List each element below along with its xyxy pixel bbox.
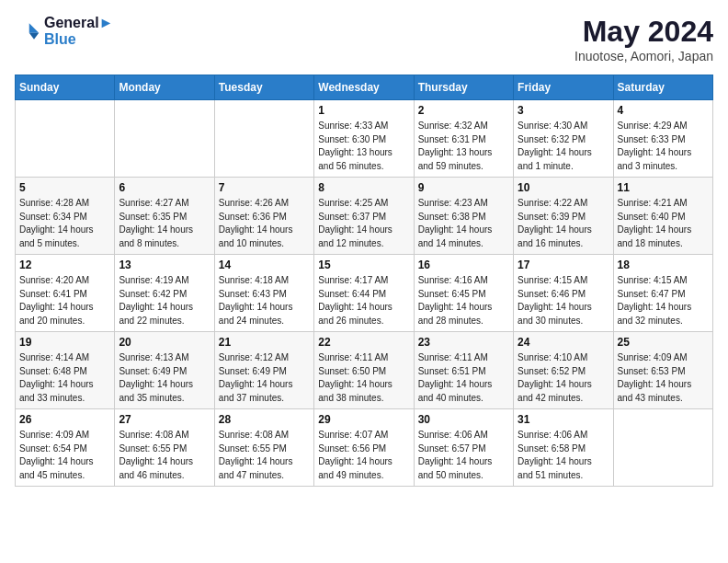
calendar-cell: 21 Sunrise: 4:12 AM Sunset: 6:49 PM Dayl…: [214, 332, 313, 409]
logo: General► Blue: [15, 15, 113, 48]
calendar-cell: 17 Sunrise: 4:15 AM Sunset: 6:46 PM Dayl…: [514, 255, 613, 332]
calendar-cell: 7 Sunrise: 4:26 AM Sunset: 6:36 PM Dayli…: [214, 178, 313, 255]
day-number: 25: [618, 336, 709, 349]
day-number: 18: [618, 259, 709, 271]
weekday-header-friday: Friday: [514, 75, 613, 100]
calendar-cell: 8 Sunrise: 4:25 AM Sunset: 6:37 PM Dayli…: [314, 178, 414, 255]
page-header: General► Blue May 2024 Inuotose, Aomori,…: [15, 15, 713, 63]
calendar-cell: 4 Sunrise: 4:29 AM Sunset: 6:33 PM Dayli…: [613, 100, 712, 178]
day-number: 5: [19, 181, 110, 194]
calendar-cell: 19 Sunrise: 4:14 AM Sunset: 6:48 PM Dayl…: [16, 332, 115, 409]
day-info: Sunrise: 4:33 AM Sunset: 6:30 PM Dayligh…: [318, 120, 409, 173]
day-number: 20: [119, 336, 210, 349]
day-number: 26: [19, 413, 110, 426]
day-info: Sunrise: 4:21 AM Sunset: 6:40 PM Dayligh…: [618, 197, 709, 250]
day-number: 15: [318, 259, 409, 271]
day-info: Sunrise: 4:28 AM Sunset: 6:34 PM Dayligh…: [19, 197, 110, 250]
calendar-cell: 30 Sunrise: 4:06 AM Sunset: 6:57 PM Dayl…: [414, 409, 513, 487]
day-info: Sunrise: 4:16 AM Sunset: 6:45 PM Dayligh…: [418, 274, 509, 327]
day-number: 4: [618, 104, 709, 117]
month-title: May 2024: [574, 15, 713, 49]
weekday-header-tuesday: Tuesday: [214, 75, 313, 100]
title-block: May 2024 Inuotose, Aomori, Japan: [574, 15, 713, 63]
day-number: 21: [219, 336, 310, 349]
calendar-cell: [613, 409, 712, 487]
logo-icon: [15, 18, 40, 44]
day-number: 9: [418, 181, 509, 194]
calendar-cell: 27 Sunrise: 4:08 AM Sunset: 6:55 PM Dayl…: [115, 409, 214, 487]
day-info: Sunrise: 4:09 AM Sunset: 6:54 PM Dayligh…: [19, 429, 110, 482]
calendar-cell: 29 Sunrise: 4:07 AM Sunset: 6:56 PM Dayl…: [314, 409, 414, 487]
day-info: Sunrise: 4:15 AM Sunset: 6:46 PM Dayligh…: [518, 274, 609, 327]
day-info: Sunrise: 4:06 AM Sunset: 6:57 PM Dayligh…: [418, 429, 509, 482]
calendar-header-row: SundayMondayTuesdayWednesdayThursdayFrid…: [16, 75, 713, 100]
calendar-cell: 25 Sunrise: 4:09 AM Sunset: 6:53 PM Dayl…: [613, 332, 712, 409]
calendar-week-5: 26 Sunrise: 4:09 AM Sunset: 6:54 PM Dayl…: [16, 409, 713, 487]
calendar-cell: 12 Sunrise: 4:20 AM Sunset: 6:41 PM Dayl…: [16, 255, 115, 332]
day-info: Sunrise: 4:18 AM Sunset: 6:43 PM Dayligh…: [219, 274, 310, 327]
day-info: Sunrise: 4:06 AM Sunset: 6:58 PM Dayligh…: [518, 429, 609, 482]
logo-text: General► Blue: [44, 15, 113, 48]
day-number: 11: [618, 181, 709, 194]
calendar-cell: 13 Sunrise: 4:19 AM Sunset: 6:42 PM Dayl…: [115, 255, 214, 332]
day-info: Sunrise: 4:11 AM Sunset: 6:51 PM Dayligh…: [418, 351, 509, 405]
calendar-cell: 2 Sunrise: 4:32 AM Sunset: 6:31 PM Dayli…: [414, 100, 513, 178]
day-number: 3: [518, 104, 609, 117]
day-info: Sunrise: 4:10 AM Sunset: 6:52 PM Dayligh…: [518, 351, 609, 405]
weekday-header-wednesday: Wednesday: [314, 75, 414, 100]
day-number: 14: [219, 259, 310, 271]
day-number: 30: [418, 413, 509, 426]
day-number: 17: [518, 259, 609, 271]
calendar-cell: 20 Sunrise: 4:13 AM Sunset: 6:49 PM Dayl…: [115, 332, 214, 409]
calendar-cell: 10 Sunrise: 4:22 AM Sunset: 6:39 PM Dayl…: [514, 178, 613, 255]
calendar-cell: 23 Sunrise: 4:11 AM Sunset: 6:51 PM Dayl…: [414, 332, 513, 409]
calendar-cell: 1 Sunrise: 4:33 AM Sunset: 6:30 PM Dayli…: [314, 100, 414, 178]
day-number: 2: [418, 104, 509, 117]
svg-marker-1: [29, 23, 40, 33]
calendar-cell: 28 Sunrise: 4:08 AM Sunset: 6:55 PM Dayl…: [214, 409, 313, 487]
day-number: 8: [318, 181, 409, 194]
day-number: 16: [418, 259, 509, 271]
day-info: Sunrise: 4:25 AM Sunset: 6:37 PM Dayligh…: [318, 197, 409, 250]
calendar-table: SundayMondayTuesdayWednesdayThursdayFrid…: [15, 75, 713, 487]
day-info: Sunrise: 4:14 AM Sunset: 6:48 PM Dayligh…: [19, 351, 110, 405]
weekday-header-sunday: Sunday: [16, 75, 115, 100]
calendar-cell: [16, 100, 115, 178]
day-info: Sunrise: 4:23 AM Sunset: 6:38 PM Dayligh…: [418, 197, 509, 250]
day-number: 19: [19, 336, 110, 349]
calendar-cell: 15 Sunrise: 4:17 AM Sunset: 6:44 PM Dayl…: [314, 255, 414, 332]
calendar-week-4: 19 Sunrise: 4:14 AM Sunset: 6:48 PM Dayl…: [16, 332, 713, 409]
calendar-cell: 3 Sunrise: 4:30 AM Sunset: 6:32 PM Dayli…: [514, 100, 613, 178]
day-info: Sunrise: 4:09 AM Sunset: 6:53 PM Dayligh…: [618, 351, 709, 405]
day-info: Sunrise: 4:20 AM Sunset: 6:41 PM Dayligh…: [19, 274, 110, 327]
day-info: Sunrise: 4:15 AM Sunset: 6:47 PM Dayligh…: [618, 274, 709, 327]
day-number: 10: [518, 181, 609, 194]
day-number: 29: [318, 413, 409, 426]
day-info: Sunrise: 4:19 AM Sunset: 6:42 PM Dayligh…: [119, 274, 210, 327]
day-number: 22: [318, 336, 409, 349]
day-info: Sunrise: 4:08 AM Sunset: 6:55 PM Dayligh…: [119, 429, 210, 482]
day-number: 31: [518, 413, 609, 426]
weekday-header-thursday: Thursday: [414, 75, 513, 100]
day-number: 28: [219, 413, 310, 426]
calendar-cell: 31 Sunrise: 4:06 AM Sunset: 6:58 PM Dayl…: [514, 409, 613, 487]
calendar-cell: 14 Sunrise: 4:18 AM Sunset: 6:43 PM Dayl…: [214, 255, 313, 332]
calendar-cell: 24 Sunrise: 4:10 AM Sunset: 6:52 PM Dayl…: [514, 332, 613, 409]
calendar-cell: 11 Sunrise: 4:21 AM Sunset: 6:40 PM Dayl…: [613, 178, 712, 255]
day-info: Sunrise: 4:17 AM Sunset: 6:44 PM Dayligh…: [318, 274, 409, 327]
calendar-cell: 26 Sunrise: 4:09 AM Sunset: 6:54 PM Dayl…: [16, 409, 115, 487]
weekday-header-saturday: Saturday: [613, 75, 712, 100]
day-info: Sunrise: 4:32 AM Sunset: 6:31 PM Dayligh…: [418, 120, 509, 173]
calendar-cell: 5 Sunrise: 4:28 AM Sunset: 6:34 PM Dayli…: [16, 178, 115, 255]
day-number: 7: [219, 181, 310, 194]
day-info: Sunrise: 4:13 AM Sunset: 6:49 PM Dayligh…: [119, 351, 210, 405]
day-number: 6: [119, 181, 210, 194]
calendar-cell: [115, 100, 214, 178]
day-info: Sunrise: 4:30 AM Sunset: 6:32 PM Dayligh…: [518, 120, 609, 173]
day-info: Sunrise: 4:08 AM Sunset: 6:55 PM Dayligh…: [219, 429, 310, 482]
weekday-header-monday: Monday: [115, 75, 214, 100]
day-number: 27: [119, 413, 210, 426]
day-info: Sunrise: 4:11 AM Sunset: 6:50 PM Dayligh…: [318, 351, 409, 405]
day-number: 12: [19, 259, 110, 271]
calendar-week-3: 12 Sunrise: 4:20 AM Sunset: 6:41 PM Dayl…: [16, 255, 713, 332]
